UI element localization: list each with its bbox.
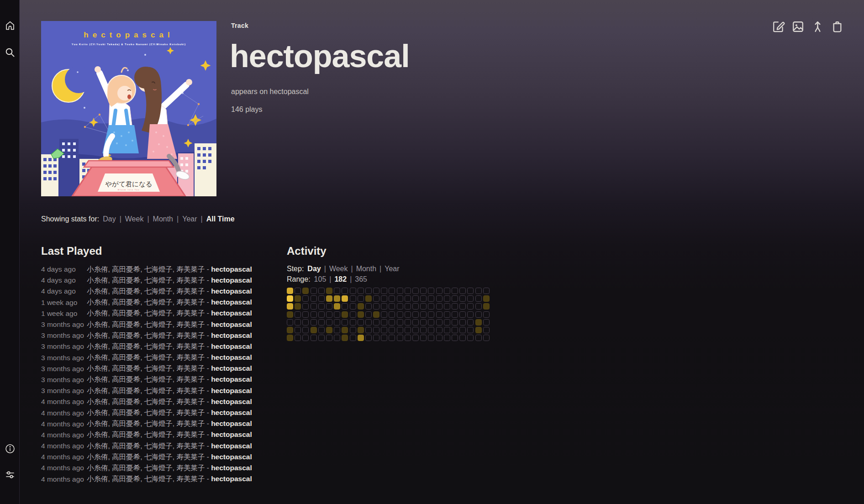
heatmap-cell[interactable] xyxy=(326,288,332,294)
track-link[interactable]: hectopascal xyxy=(211,320,252,328)
heatmap-cell[interactable] xyxy=(318,319,325,326)
heatmap-cell[interactable] xyxy=(311,295,317,302)
track-link[interactable]: hectopascal xyxy=(211,409,252,416)
artist-link[interactable]: 寿美菜子 xyxy=(176,364,205,372)
artist-link[interactable]: 七海燈子 xyxy=(144,265,173,273)
album-link[interactable]: hectopascal xyxy=(270,88,309,95)
artist-link[interactable]: 寿美菜子 xyxy=(176,331,205,339)
heatmap-cell[interactable] xyxy=(358,319,364,326)
heatmap-cell[interactable] xyxy=(444,327,450,333)
artist-link[interactable]: 小糸侑 xyxy=(87,353,108,361)
heatmap-cell[interactable] xyxy=(334,319,340,326)
heatmap-cell[interactable] xyxy=(342,319,348,326)
heatmap-cell[interactable] xyxy=(350,335,356,341)
artist-link[interactable]: 高田憂希 xyxy=(112,375,140,383)
heatmap-cell[interactable] xyxy=(483,327,490,333)
heatmap-cell[interactable] xyxy=(373,319,379,326)
track-link[interactable]: hectopascal xyxy=(211,265,252,273)
heatmap-cell[interactable] xyxy=(365,335,372,341)
heatmap-cell[interactable] xyxy=(412,335,419,341)
heatmap-cell[interactable] xyxy=(397,295,403,302)
artist-link[interactable]: 小糸侑 xyxy=(87,398,108,405)
info-icon[interactable] xyxy=(5,443,16,454)
artist-link[interactable]: 七海燈子 xyxy=(144,375,173,383)
stats-option-all-time[interactable]: All Time xyxy=(206,215,235,223)
heatmap-cell[interactable] xyxy=(475,335,482,341)
artist-link[interactable]: 高田憂希 xyxy=(112,298,140,306)
artist-link[interactable]: 七海燈子 xyxy=(144,420,173,427)
heatmap-cell[interactable] xyxy=(459,327,466,333)
heatmap-cell[interactable] xyxy=(373,295,379,302)
artist-link[interactable]: 七海燈子 xyxy=(144,331,173,339)
artist-link[interactable]: 寿美菜子 xyxy=(176,375,205,383)
heatmap-cell[interactable] xyxy=(373,327,379,333)
heatmap-cell[interactable] xyxy=(428,319,434,326)
track-link[interactable]: hectopascal xyxy=(211,453,252,461)
artist-link[interactable]: 小糸侑 xyxy=(87,430,108,438)
track-link[interactable]: hectopascal xyxy=(211,331,252,339)
heatmap-cell[interactable] xyxy=(326,319,332,326)
home-icon[interactable] xyxy=(5,20,16,31)
heatmap-cell[interactable] xyxy=(452,288,458,294)
heatmap-cell[interactable] xyxy=(342,288,348,294)
heatmap-cell[interactable] xyxy=(420,288,427,294)
track-link[interactable]: hectopascal xyxy=(211,430,252,438)
edit-icon[interactable] xyxy=(772,20,785,33)
heatmap-cell[interactable] xyxy=(412,319,419,326)
heatmap-cell[interactable] xyxy=(365,327,372,333)
heatmap-cell[interactable] xyxy=(483,335,490,341)
heatmap-cell[interactable] xyxy=(475,319,482,326)
heatmap-cell[interactable] xyxy=(459,335,466,341)
artist-link[interactable]: 七海燈子 xyxy=(144,398,173,405)
artist-link[interactable]: 七海燈子 xyxy=(144,409,173,416)
heatmap-cell[interactable] xyxy=(326,335,332,341)
heatmap-cell[interactable] xyxy=(467,327,474,333)
heatmap-cell[interactable] xyxy=(311,288,317,294)
artist-link[interactable]: 高田憂希 xyxy=(112,409,140,416)
heatmap-cell[interactable] xyxy=(420,335,427,341)
artist-link[interactable]: 寿美菜子 xyxy=(176,387,205,394)
heatmap-cell[interactable] xyxy=(444,303,450,310)
artist-link[interactable]: 小糸侑 xyxy=(87,375,108,383)
track-link[interactable]: hectopascal xyxy=(211,442,252,450)
heatmap-cell[interactable] xyxy=(302,319,309,326)
heatmap-cell[interactable] xyxy=(318,288,325,294)
artist-link[interactable]: 高田憂希 xyxy=(112,398,140,405)
heatmap-cell[interactable] xyxy=(287,288,293,294)
track-link[interactable]: hectopascal xyxy=(211,309,252,317)
range-option-105[interactable]: 105 xyxy=(314,275,327,283)
artist-link[interactable]: 小糸侑 xyxy=(87,387,108,394)
heatmap-cell[interactable] xyxy=(373,335,379,341)
artist-link[interactable]: 小糸侑 xyxy=(87,409,108,416)
track-link[interactable]: hectopascal xyxy=(211,475,252,483)
search-icon[interactable] xyxy=(5,47,16,58)
artist-link[interactable]: 高田憂希 xyxy=(112,276,140,284)
heatmap-cell[interactable] xyxy=(475,303,482,310)
artist-link[interactable]: 七海燈子 xyxy=(144,298,173,306)
heatmap-cell[interactable] xyxy=(459,288,466,294)
heatmap-cell[interactable] xyxy=(381,303,387,310)
heatmap-cell[interactable] xyxy=(452,295,458,302)
heatmap-cell[interactable] xyxy=(358,303,364,310)
heatmap-cell[interactable] xyxy=(459,319,466,326)
heatmap-cell[interactable] xyxy=(311,327,317,333)
track-link[interactable]: hectopascal xyxy=(211,276,252,284)
heatmap-cell[interactable] xyxy=(287,319,293,326)
heatmap-cell[interactable] xyxy=(436,295,443,302)
heatmap-cell[interactable] xyxy=(302,311,309,318)
heatmap-cell[interactable] xyxy=(397,327,403,333)
heatmap-cell[interactable] xyxy=(350,288,356,294)
stats-option-month[interactable]: Month xyxy=(153,215,173,223)
heatmap-cell[interactable] xyxy=(444,295,450,302)
artist-link[interactable]: 小糸侑 xyxy=(87,442,108,450)
artist-link[interactable]: 寿美菜子 xyxy=(176,420,205,427)
heatmap-cell[interactable] xyxy=(295,327,301,333)
heatmap-cell[interactable] xyxy=(389,303,395,310)
artist-link[interactable]: 高田憂希 xyxy=(112,287,140,295)
artist-link[interactable]: 七海燈子 xyxy=(144,364,173,372)
heatmap-cell[interactable] xyxy=(318,295,325,302)
heatmap-cell[interactable] xyxy=(412,311,419,318)
step-option-day[interactable]: Day xyxy=(307,265,321,273)
heatmap-cell[interactable] xyxy=(436,327,443,333)
track-link[interactable]: hectopascal xyxy=(211,398,252,405)
